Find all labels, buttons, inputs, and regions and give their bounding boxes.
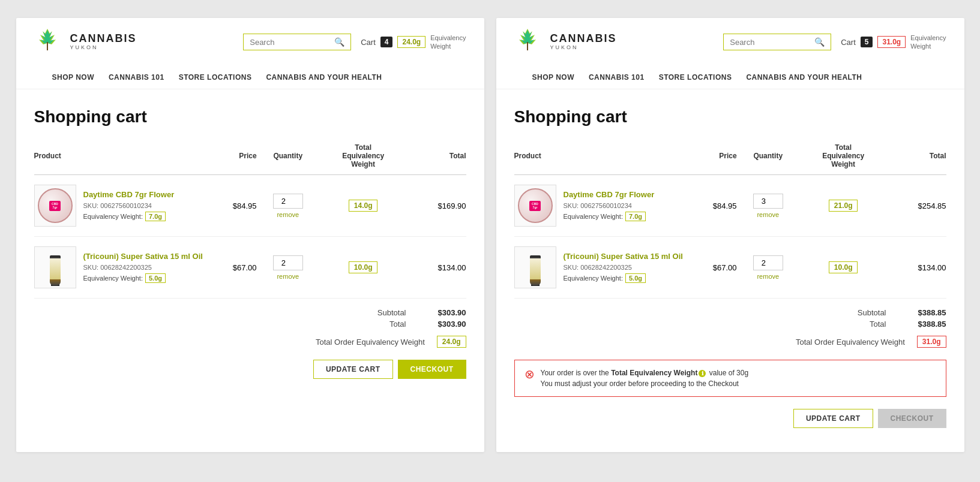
remove-item-link[interactable]: remove <box>737 273 799 280</box>
cart-count-badge: 4 <box>380 37 393 47</box>
remove-item-link[interactable]: remove <box>737 211 799 218</box>
nav-item-cannabis-health[interactable]: CANNABIS AND YOUR HEALTH <box>266 66 382 89</box>
total-equiv-row: Total Order Equivalency Weight31.0g <box>514 336 946 348</box>
product-quantity-cell: remove <box>257 237 319 299</box>
product-name[interactable]: (Tricouni) Super Sativa 15 ml Oil <box>83 252 207 262</box>
col-header-equiv-weight: TotalEquivalencyWeight <box>799 143 887 175</box>
product-info: Daytime CBD 7gr FlowerSKU: 0062756001023… <box>83 190 207 222</box>
quantity-input[interactable] <box>273 194 303 209</box>
product-cell-inner: (Tricouni) Super Sativa 15 ml OilSKU: 00… <box>514 246 687 288</box>
product-cell-1: CBD7gr Daytime CBD 7gr FlowerSKU: 006275… <box>34 175 207 237</box>
product-cell-2: (Tricouni) Super Sativa 15 ml OilSKU: 00… <box>34 237 207 299</box>
col-header-product: Product <box>34 143 207 175</box>
cart-item-2: (Tricouni) Super Sativa 15 ml OilSKU: 00… <box>514 237 946 299</box>
product-price: $84.95 <box>687 175 737 237</box>
checkout-button[interactable]: CHECKOUT <box>398 360 466 379</box>
product-quantity-cell: remove <box>737 237 799 299</box>
total-equiv-weight: 21.0g <box>799 175 887 237</box>
logo-yukon-text: YUKON <box>550 45 617 51</box>
cart-actions: UPDATE CARTCHECKOUT <box>514 409 946 428</box>
product-equiv-weight: Equivalency Weight: 7.0g <box>83 212 207 221</box>
search-icon[interactable]: 🔍 <box>334 37 344 47</box>
panel-left: CANNABISYUKON🔍Cart424.0gEquivalencyWeigh… <box>16 18 484 452</box>
update-cart-button[interactable]: UPDATE CART <box>313 360 393 379</box>
checkout-button: CHECKOUT <box>878 409 946 428</box>
equiv-label: Equivalency Weight: <box>564 275 623 282</box>
subtotal-label: Subtotal <box>377 308 406 317</box>
product-equiv-weight: Equivalency Weight: 5.0g <box>564 273 687 283</box>
product-sku: SKU: 00627560010234 <box>564 202 687 209</box>
nav-item-cannabis-health[interactable]: CANNABIS AND YOUR HEALTH <box>746 66 862 89</box>
cart-weight-badge: 31.0g <box>877 36 906 48</box>
header-right: 🔍Cart531.0gEquivalencyWeight <box>723 34 946 51</box>
product-cell-1: CBD7gr Daytime CBD 7gr FlowerSKU: 006275… <box>514 175 687 237</box>
cannabis-logo-icon <box>34 26 65 58</box>
page-title: Shopping cart <box>514 107 946 126</box>
nav-item-store-locations[interactable]: STORE LOCATIONS <box>179 66 252 89</box>
nav-item-shop-now[interactable]: SHOP NOW <box>52 66 94 89</box>
cart-summary: Subtotal$388.85Total$388.85Total Order E… <box>514 308 946 348</box>
quantity-input[interactable] <box>753 194 783 209</box>
product-cell-inner: CBD7gr Daytime CBD 7gr FlowerSKU: 006275… <box>34 185 207 227</box>
col-header-price: Price <box>207 143 257 175</box>
cart-area[interactable]: Cart424.0gEquivalencyWeight <box>361 34 466 51</box>
search-input[interactable] <box>250 38 334 47</box>
equiv-label: Equivalency Weight: <box>83 213 143 220</box>
quantity-input[interactable] <box>273 255 303 270</box>
warning-box: ⊗Your order is over the Total Equivalenc… <box>514 360 946 397</box>
search-box[interactable]: 🔍 <box>723 34 831 50</box>
cart-count-badge: 5 <box>861 37 873 47</box>
product-info: Daytime CBD 7gr FlowerSKU: 0062756001023… <box>564 190 687 222</box>
cart-area[interactable]: Cart531.0gEquivalencyWeight <box>841 34 946 51</box>
total-row: Total$388.85 <box>514 320 946 329</box>
total-equiv-weight: 14.0g <box>319 175 407 237</box>
logo-cannabis-text: CANNABIS <box>70 33 137 45</box>
logo-area[interactable]: CANNABISYUKON <box>34 26 137 58</box>
subtotal-label: Subtotal <box>858 308 886 317</box>
search-icon[interactable]: 🔍 <box>814 37 825 47</box>
product-total: $134.00 <box>407 237 466 299</box>
nav-item-shop-now[interactable]: SHOP NOW <box>532 66 574 89</box>
logo-area[interactable]: CANNABISYUKON <box>514 26 617 58</box>
col-header-total: Total <box>407 143 466 175</box>
total-equiv-badge: 21.0g <box>829 200 858 212</box>
cart-summary: Subtotal$303.90Total$303.90Total Order E… <box>34 308 466 348</box>
remove-item-link[interactable]: remove <box>257 211 319 218</box>
product-quantity-cell: remove <box>737 175 799 237</box>
panel-right: CANNABISYUKON🔍Cart531.0gEquivalencyWeigh… <box>496 18 964 452</box>
total-value: $303.90 <box>430 320 466 329</box>
search-input[interactable] <box>730 38 814 47</box>
product-sku: SKU: 00628242200325 <box>564 264 687 271</box>
nav-item-store-locations[interactable]: STORE LOCATIONS <box>659 66 732 89</box>
search-box[interactable]: 🔍 <box>243 34 351 50</box>
col-header-quantity: Quantity <box>257 143 319 175</box>
product-name[interactable]: Daytime CBD 7gr Flower <box>564 190 687 200</box>
cannabis-logo-icon <box>514 26 546 58</box>
product-info: (Tricouni) Super Sativa 15 ml OilSKU: 00… <box>564 252 687 284</box>
product-image-2 <box>34 246 76 288</box>
subtotal-value: $303.90 <box>430 308 466 317</box>
product-cell-inner: CBD7gr Daytime CBD 7gr FlowerSKU: 006275… <box>514 185 687 227</box>
total-equiv-badge: 14.0g <box>349 200 378 212</box>
product-info: (Tricouni) Super Sativa 15 ml OilSKU: 00… <box>83 252 207 284</box>
equiv-weight-badge: 5.0g <box>145 273 166 283</box>
col-header-equiv-weight: TotalEquivalencyWeight <box>319 143 407 175</box>
header: CANNABISYUKON🔍Cart424.0gEquivalencyWeigh… <box>16 18 484 89</box>
quantity-input[interactable] <box>753 255 783 270</box>
total-label: Total <box>389 320 406 329</box>
product-price: $84.95 <box>207 175 257 237</box>
nav-item-cannabis-101[interactable]: CANNABIS 101 <box>589 66 645 89</box>
product-quantity-cell: remove <box>257 175 319 237</box>
nav-item-cannabis-101[interactable]: CANNABIS 101 <box>109 66 164 89</box>
product-image-1: CBD7gr <box>34 185 76 227</box>
product-total: $134.00 <box>887 237 946 299</box>
product-name[interactable]: (Tricouni) Super Sativa 15 ml Oil <box>564 252 687 262</box>
total-value: $388.85 <box>910 320 946 329</box>
product-total: $254.85 <box>887 175 946 237</box>
update-cart-button[interactable]: UPDATE CART <box>793 409 873 428</box>
product-name[interactable]: Daytime CBD 7gr Flower <box>83 190 207 200</box>
logo-yukon-text: YUKON <box>70 45 137 51</box>
header-top: CANNABISYUKON🔍Cart531.0gEquivalencyWeigh… <box>514 26 946 58</box>
remove-item-link[interactable]: remove <box>257 273 319 280</box>
product-cell-2: (Tricouni) Super Sativa 15 ml OilSKU: 00… <box>514 237 687 299</box>
